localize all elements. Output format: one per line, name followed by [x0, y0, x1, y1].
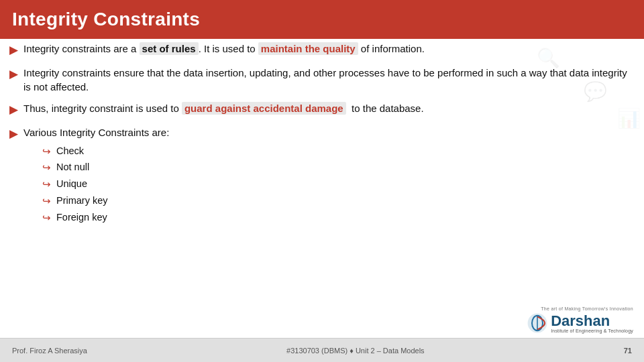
- sub-arrow-check: ↪: [42, 144, 51, 159]
- highlight-guard-damage: guard against accidental damage: [182, 102, 346, 115]
- sub-label-foreignkey: Foreign key: [56, 210, 107, 225]
- logo-text-col: Darshan Institute of Engineering & Techn…: [551, 314, 633, 333]
- logo-subtitle: Institute of Engineering & Technology: [551, 328, 633, 333]
- sub-arrow-foreignkey: ↪: [42, 210, 51, 225]
- content-area: ▶ Integrity constraints are a set of rul…: [9, 42, 635, 308]
- header-bar: Integrity Constraints: [0, 0, 644, 39]
- sub-label-primarykey: Primary key: [56, 194, 108, 208]
- slide-title: Integrity Constraints: [12, 9, 200, 30]
- footer-left: Prof. Firoz A Sherasiya: [12, 347, 87, 355]
- sub-arrow-notnull: ↪: [42, 160, 51, 175]
- footer-center: #3130703 (DBMS) ♦ Unit 2 – Data Models: [286, 347, 425, 355]
- bullet-text-4: Various Integrity Constraints are: ↪ Che…: [23, 125, 635, 227]
- sub-label-notnull: Not null: [56, 160, 89, 174]
- highlight-set-of-rules: set of rules: [140, 42, 199, 55]
- sub-label-check: Check: [56, 144, 84, 158]
- bullet-text-3: Thus, integrity constraint is used to gu…: [23, 101, 635, 116]
- bullet-arrow-1: ▶: [9, 42, 18, 59]
- footer-bar: Prof. Firoz A Sherasiya #3130703 (DBMS) …: [0, 338, 644, 362]
- slide: ✉ 📷 🔒 💡 🎵 ⚙ ☁ 📱 🔍 💬 📊 Integrity Constrai…: [0, 0, 644, 362]
- highlight-maintain-quality: maintain the quality: [258, 42, 358, 55]
- sub-label-unique: Unique: [56, 177, 87, 191]
- sub-item-notnull: ↪ Not null: [42, 160, 635, 175]
- sub-item-check: ↪ Check: [42, 144, 635, 159]
- sub-list: ↪ Check ↪ Not null ↪ Unique ↪ Primary ke…: [42, 144, 635, 225]
- footer-center-text: #3130703 (DBMS) ♦ Unit 2 – Data Models: [286, 347, 425, 355]
- logo-area: The art of Making Tomorrow's Innovation …: [526, 306, 633, 334]
- sub-item-primarykey: ↪ Primary key: [42, 194, 635, 208]
- logo-name: Darshan: [551, 314, 610, 328]
- bullet-text-2: Integrity constraints ensure that the da…: [23, 66, 635, 95]
- logo-icon-svg: [527, 312, 548, 334]
- bullet-4: ▶ Various Integrity Constraints are: ↪ C…: [9, 125, 635, 227]
- bullet-arrow-2: ▶: [9, 66, 18, 83]
- bullet-arrow-4: ▶: [9, 126, 18, 143]
- logo-tagline: The art of Making Tomorrow's Innovation: [541, 306, 633, 311]
- logo-name-row: Darshan Institute of Engineering & Techn…: [527, 312, 633, 334]
- logo-darshan: The art of Making Tomorrow's Innovation …: [526, 306, 633, 334]
- sub-arrow-unique: ↪: [42, 177, 51, 192]
- bullet-text-1: Integrity constraints are a set of rules…: [23, 42, 635, 56]
- bullet-3: ▶ Thus, integrity constraint is used to …: [9, 101, 635, 119]
- bullet-2: ▶ Integrity constraints ensure that the …: [9, 66, 635, 95]
- bullet-1: ▶ Integrity constraints are a set of rul…: [9, 42, 635, 59]
- sub-item-unique: ↪ Unique: [42, 177, 635, 192]
- bullet-arrow-3: ▶: [9, 102, 18, 119]
- sub-item-foreignkey: ↪ Foreign key: [42, 210, 635, 225]
- footer-right: 71: [624, 347, 632, 355]
- sub-arrow-primarykey: ↪: [42, 194, 51, 208]
